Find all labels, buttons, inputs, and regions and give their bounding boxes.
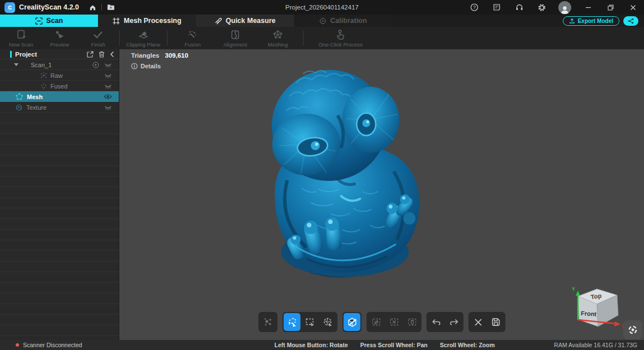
scanner-status-label: Scanner Disconnected	[23, 342, 82, 348]
tab-mesh-processing[interactable]: Mesh Processing	[98, 15, 196, 27]
gear-icon	[538, 3, 546, 12]
eye-closed-icon[interactable]	[104, 62, 112, 68]
rect-select-icon	[305, 317, 315, 328]
meshing-label: Meshing	[268, 41, 288, 48]
home-button[interactable]	[85, 0, 100, 15]
open-project-button[interactable]	[103, 0, 119, 15]
eye-closed-icon[interactable]	[104, 83, 112, 89]
accent-bar	[10, 51, 12, 58]
minimize-button[interactable]	[577, 0, 599, 15]
cancel-tool[interactable]	[470, 313, 487, 331]
tab-scan[interactable]: Scan	[0, 15, 98, 27]
mesh-label: Mesh	[27, 94, 43, 100]
redo-icon	[449, 317, 459, 328]
viewport-3d[interactable]: Triangles309,610 Details	[120, 49, 644, 340]
one-click-process-label: One-Click Process	[319, 41, 363, 48]
point-cloud-icon	[263, 317, 273, 327]
clipping-plane-label: Clipping Plane	[126, 41, 160, 48]
export-model-button[interactable]: Export Model	[563, 16, 619, 26]
help-button[interactable]: ?	[463, 0, 486, 15]
one-click-process-button[interactable]: One-Click Process	[319, 29, 363, 48]
triangles-value: 309,610	[165, 52, 189, 59]
details-toggle[interactable]: Details	[131, 63, 188, 69]
tab-calibration[interactable]: Calibration	[294, 15, 392, 27]
rect-select-tool[interactable]	[302, 313, 319, 331]
caret-down-icon[interactable]	[14, 63, 18, 66]
deselect-tool[interactable]	[386, 313, 403, 331]
finish-icon	[92, 29, 104, 40]
delete-selection-tool[interactable]	[404, 313, 421, 331]
reset-view-button[interactable]	[623, 320, 642, 339]
selection-toolbar	[259, 312, 506, 332]
invert-selection-tool[interactable]	[368, 313, 385, 331]
ribbon-toolbar: New Scan Preview Finish Clipping Plane F…	[0, 27, 644, 49]
export-project-icon[interactable]	[87, 51, 94, 58]
point-cloud-tool[interactable]	[260, 313, 277, 331]
user-avatar[interactable]	[558, 1, 571, 14]
sphere-select-tool[interactable]	[320, 313, 337, 331]
eye-closed-icon[interactable]	[104, 73, 112, 78]
alignment-label: Alignment	[223, 41, 247, 48]
alignment-button[interactable]: Alignment	[218, 29, 253, 48]
view-cube[interactable]: Top Front Y X	[564, 281, 627, 330]
finish-button[interactable]: Finish	[81, 29, 115, 48]
meshing-icon	[272, 29, 283, 40]
tree-item-fused[interactable]: Fused	[0, 81, 119, 91]
toolgroup-points	[259, 312, 278, 332]
toolgroup-mesh-toggle	[343, 312, 362, 332]
new-scan-button[interactable]: New Scan	[4, 29, 39, 48]
home-icon	[89, 4, 96, 11]
collapse-panel-icon[interactable]	[110, 51, 114, 58]
tab-quick-measure[interactable]: Quick Measure	[196, 15, 294, 27]
fusion-button[interactable]: Fusion	[175, 29, 210, 48]
hint-pan: Press Scroll Wheel: Pan	[360, 342, 427, 348]
tab-mesh-processing-label: Mesh Processing	[124, 17, 181, 25]
mesh-visibility-tool[interactable]	[344, 313, 361, 331]
toolgroup-history	[427, 312, 464, 332]
meshing-button[interactable]: Meshing	[260, 29, 295, 48]
save-tool[interactable]	[488, 313, 505, 331]
clipping-plane-icon	[138, 29, 149, 40]
eye-closed-icon[interactable]	[104, 105, 112, 110]
clipping-plane-button[interactable]: Clipping Plane	[126, 29, 161, 48]
tree-item-mesh[interactable]: Mesh	[0, 91, 119, 102]
ribbon-group-process: Fusion Alignment Meshing	[167, 27, 303, 49]
mesh-processing-icon	[113, 17, 120, 25]
toolgroup-selection-edit	[367, 312, 422, 332]
restore-button[interactable]	[599, 0, 622, 15]
share-button[interactable]	[623, 16, 638, 26]
toolgroup-select	[283, 312, 338, 332]
folder-icon	[107, 4, 115, 11]
feedback-button[interactable]	[486, 0, 508, 15]
undo-tool[interactable]	[428, 313, 445, 331]
restore-icon	[608, 4, 614, 11]
redo-tool[interactable]	[446, 313, 463, 331]
new-scan-icon	[16, 29, 27, 40]
headset-icon	[515, 3, 524, 11]
tree-item-raw[interactable]: Raw	[0, 70, 119, 81]
new-scan-label: New Scan	[9, 41, 33, 48]
toolgroup-confirm	[469, 312, 506, 332]
title-bar: c CrealityScan 4.2.0 Project_20260401142…	[0, 0, 644, 15]
eye-open-icon[interactable]	[104, 94, 112, 100]
app-name: CrealityScan 4.2.0	[19, 3, 79, 11]
texture-icon	[16, 104, 22, 111]
delete-project-icon[interactable]	[99, 51, 105, 58]
scan-icon	[35, 17, 43, 25]
preview-label: Preview	[50, 41, 69, 48]
support-button[interactable]	[508, 0, 530, 15]
settings-button[interactable]	[530, 0, 553, 15]
play-circle-icon[interactable]	[92, 62, 99, 68]
mesh-icon	[16, 93, 23, 100]
sphere-select-icon	[323, 317, 333, 328]
scanner-status: Scanner Disconnected	[16, 340, 82, 350]
tab-scan-label: Scan	[46, 17, 63, 25]
raw-label: Raw	[50, 72, 63, 79]
project-title: Project_20260401142417	[286, 0, 359, 15]
lasso-select-tool[interactable]	[284, 313, 301, 331]
tree-item-scan1[interactable]: Scan_1	[0, 59, 119, 70]
close-button[interactable]	[622, 0, 644, 15]
export-model-label: Export Model	[578, 18, 613, 24]
preview-button[interactable]: Preview	[43, 29, 77, 48]
tree-item-texture[interactable]: Texture	[0, 102, 119, 113]
